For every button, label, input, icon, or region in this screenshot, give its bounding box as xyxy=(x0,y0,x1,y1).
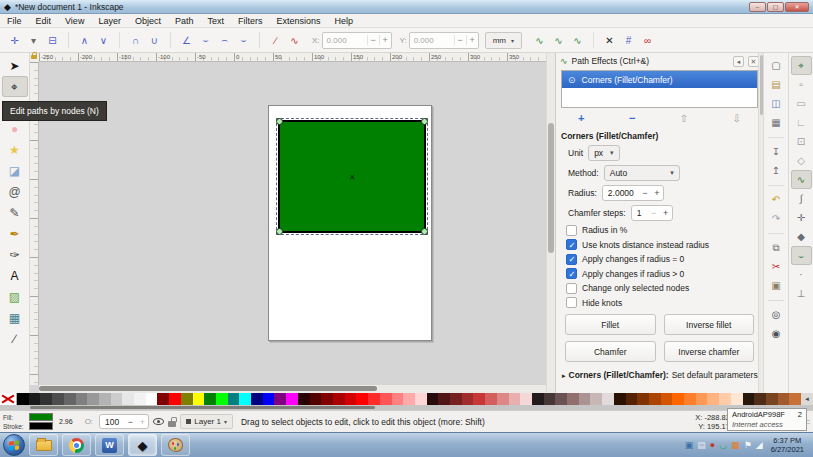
minimize-button[interactable]: – xyxy=(749,2,766,12)
title-bar[interactable]: ◆ *New document 1 - Inkscape – ▢ ✕ xyxy=(0,0,813,14)
fillet-button[interactable]: Fillet xyxy=(565,314,656,335)
palette-swatch[interactable] xyxy=(392,393,404,405)
palette-swatch[interactable] xyxy=(193,393,205,405)
opacity-increment-button[interactable]: + xyxy=(136,417,148,427)
join-segment-icon[interactable]: ∩ xyxy=(126,31,145,50)
node-tool[interactable]: ⌖ xyxy=(2,76,28,97)
command-icon[interactable] xyxy=(768,295,784,301)
palette-swatch[interactable] xyxy=(590,393,602,405)
add-effect-button[interactable]: + xyxy=(578,112,584,124)
checkbox-row[interactable]: Change only selected nodes xyxy=(566,283,763,294)
palette-swatch[interactable] xyxy=(368,393,380,405)
palette-swatch[interactable] xyxy=(661,393,673,405)
tray-utorrent-icon[interactable]: ◡ xyxy=(719,440,727,450)
network-signal-icon[interactable]: ◢ xyxy=(756,440,763,450)
auto-smooth-node-icon[interactable]: ⌣ xyxy=(234,31,253,50)
checkbox[interactable] xyxy=(566,297,577,308)
palette-swatch[interactable] xyxy=(286,393,298,405)
palette-swatch[interactable] xyxy=(52,393,64,405)
snap-intersection-icon[interactable]: ✛ xyxy=(791,208,812,227)
corner-node-icon[interactable]: ∠ xyxy=(177,31,196,50)
taskbar-clock[interactable]: 6:37 PM 6/27/2021 xyxy=(767,436,810,454)
palette-swatch[interactable] xyxy=(485,393,497,405)
palette-swatch[interactable] xyxy=(251,393,263,405)
pencil-tool[interactable]: ✎ xyxy=(2,202,28,223)
snap-bbox-corner-icon[interactable]: ∟ xyxy=(791,113,812,132)
opacity-input[interactable]: 100 − + xyxy=(99,414,149,429)
snap-midpoint-icon[interactable]: · xyxy=(791,265,812,284)
curve-segment-icon[interactable]: ∿ xyxy=(285,31,304,50)
palette-swatch[interactable] xyxy=(122,393,134,405)
radius-decrement-button[interactable]: − xyxy=(639,188,651,198)
no-color-swatch[interactable] xyxy=(0,393,17,405)
palette-swatch[interactable] xyxy=(427,393,439,405)
menu-item[interactable]: Text xyxy=(200,14,231,27)
palette-swatch[interactable] xyxy=(298,393,310,405)
palette-swatch[interactable] xyxy=(778,393,790,405)
snap-path-icon[interactable]: ∫ xyxy=(791,189,812,208)
start-button[interactable] xyxy=(3,434,25,456)
palette-swatch[interactable] xyxy=(204,393,216,405)
palette-swatch[interactable] xyxy=(111,393,123,405)
cut-icon[interactable]: ✂ xyxy=(766,257,787,276)
calligraphy-tool[interactable]: ✑ xyxy=(2,244,28,265)
checkbox-row[interactable]: Hide knots xyxy=(566,297,763,308)
join-nodes-icon[interactable]: ∧ xyxy=(75,31,94,50)
palette-swatch[interactable] xyxy=(181,393,193,405)
copy-icon[interactable]: ⧉ xyxy=(766,238,787,257)
y-decrement-button[interactable]: − xyxy=(454,35,466,45)
palette-swatch[interactable] xyxy=(157,393,169,405)
palette-swatch[interactable] xyxy=(356,393,368,405)
symmetric-node-icon[interactable]: ⌢ xyxy=(215,31,234,50)
palette-swatch[interactable] xyxy=(544,393,556,405)
mesh-tool[interactable]: ▦ xyxy=(2,307,28,328)
palette-swatch[interactable] xyxy=(76,393,88,405)
checkbox[interactable] xyxy=(566,239,577,250)
menu-item[interactable]: Object xyxy=(128,14,168,27)
show-path-outline-icon[interactable]: ∞ xyxy=(638,31,657,50)
selector-tool[interactable]: ➤ xyxy=(2,55,28,76)
checkbox[interactable] xyxy=(566,283,577,294)
path-node-bottom-right[interactable] xyxy=(421,228,428,235)
palette-swatch[interactable] xyxy=(333,393,345,405)
effect-list[interactable]: ⊙ Corners (Fillet/Chamfer) xyxy=(561,70,758,108)
tray-display-icon[interactable]: ▦ xyxy=(731,440,740,450)
radius-input[interactable]: 2.0000 − + xyxy=(602,185,664,201)
effect-list-item-selected[interactable]: ⊙ Corners (Fillet/Chamfer) xyxy=(562,71,757,88)
palette-swatch[interactable] xyxy=(438,393,450,405)
open-document-icon[interactable]: ▤ xyxy=(766,75,787,94)
unit-dropdown[interactable]: mm ▾ xyxy=(485,32,522,49)
close-button[interactable]: ✕ xyxy=(785,2,809,12)
menu-item[interactable]: Filters xyxy=(231,14,270,27)
palette-swatch[interactable] xyxy=(415,393,427,405)
panel-dock-button[interactable]: ◂ xyxy=(733,56,744,67)
palette-swatch[interactable] xyxy=(637,393,649,405)
checkbox[interactable] xyxy=(566,254,577,265)
y-increment-button[interactable]: + xyxy=(466,35,478,45)
command-icon[interactable] xyxy=(768,228,784,234)
palette-swatch[interactable] xyxy=(29,393,41,405)
taskbar-chrome-button[interactable] xyxy=(62,434,91,456)
palette-swatch[interactable] xyxy=(602,393,614,405)
undo-icon[interactable]: ↶ xyxy=(766,190,787,209)
snap-bbox-center-icon[interactable]: ◇ xyxy=(791,151,812,170)
palette-swatch[interactable] xyxy=(274,393,286,405)
pen-tool[interactable]: ✒ xyxy=(2,223,28,244)
move-effect-up-button[interactable]: ⇧ xyxy=(680,113,688,124)
palette-swatch[interactable] xyxy=(40,393,52,405)
toolbar-icon[interactable] xyxy=(587,32,594,48)
palette-swatch[interactable] xyxy=(579,393,591,405)
chamfer-button[interactable]: Chamfer xyxy=(565,341,656,362)
palette-swatch[interactable] xyxy=(263,393,275,405)
palette-swatch[interactable] xyxy=(684,393,696,405)
chamfer-steps-input[interactable]: 1 − + xyxy=(631,205,673,221)
horizontal-scrollbar-thumb[interactable] xyxy=(39,386,377,391)
delete-node-icon[interactable]: ⊟ xyxy=(43,31,62,50)
palette-swatch[interactable] xyxy=(64,393,76,405)
x-increment-button[interactable]: + xyxy=(379,35,391,45)
palette-swatch[interactable] xyxy=(766,393,778,405)
palette-swatch[interactable] xyxy=(567,393,579,405)
palette-swatch[interactable] xyxy=(649,393,661,405)
move-effect-down-button[interactable]: ⇩ xyxy=(733,113,741,124)
lock-icon[interactable] xyxy=(31,55,37,59)
